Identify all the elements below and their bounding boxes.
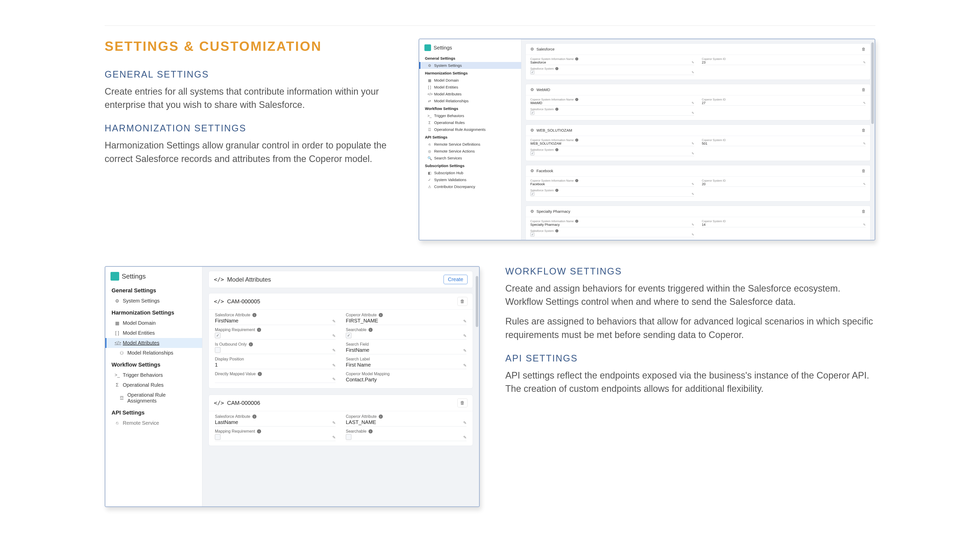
field-label: Salesforce System i [530, 67, 694, 70]
sidebar-item-model-relationships[interactable]: ⇄Model Relationships [419, 97, 521, 104]
delete-button[interactable]: 🗑 [862, 128, 865, 133]
edit-icon[interactable]: ✎ [332, 363, 336, 368]
sidebar-item-remote-service-defs[interactable]: ⎋Remote Service Definitions [419, 141, 521, 148]
sidebar-item-trigger-behaviors[interactable]: >_Trigger Behaviors [105, 370, 202, 380]
code-icon: </> [214, 400, 224, 406]
checkbox[interactable] [346, 434, 352, 440]
edit-icon[interactable]: ✎ [863, 223, 865, 227]
system-title: Salesforce [536, 47, 555, 51]
edit-icon[interactable]: ✎ [332, 377, 336, 382]
scroll-thumb[interactable] [871, 42, 874, 124]
info-icon[interactable]: i [258, 372, 262, 376]
checkbox[interactable]: ✓ [530, 232, 535, 237]
sidebar-item-operational-rules[interactable]: ΣOperational Rules [419, 119, 521, 126]
checkbox[interactable] [215, 347, 221, 353]
edit-icon[interactable]: ✎ [463, 319, 466, 324]
create-button[interactable]: Create [444, 275, 468, 284]
checkbox[interactable]: ✓ [346, 333, 352, 338]
delete-button[interactable]: 🗑 [862, 209, 865, 214]
sidebar-item-model-domain[interactable]: ▦Model Domain [105, 318, 202, 328]
info-icon[interactable]: i [555, 229, 558, 232]
info-icon[interactable]: i [379, 313, 383, 317]
sidebar-item-subscription-hub[interactable]: ◧Subscription Hub [419, 169, 521, 176]
info-icon[interactable]: i [257, 429, 261, 433]
edit-icon[interactable]: ✎ [692, 223, 694, 227]
field-label: Mapping Requirement i [215, 327, 336, 332]
checkbox[interactable]: ✓ [530, 70, 535, 74]
delete-button[interactable]: 🗑 [862, 87, 865, 92]
info-icon[interactable]: i [575, 98, 578, 101]
edit-icon[interactable]: ✎ [463, 435, 466, 440]
sidebar-item-remote-service-actions[interactable]: ◎Remote Service Actions [419, 148, 521, 155]
info-icon[interactable]: i [575, 138, 578, 141]
edit-icon[interactable]: ✎ [692, 101, 694, 105]
edit-icon[interactable]: ✎ [332, 319, 336, 324]
edit-icon[interactable]: ✎ [692, 233, 694, 237]
checkbox[interactable]: ✓ [215, 333, 221, 338]
sidebar-item-system-validations[interactable]: ✓System Validations [419, 176, 521, 183]
info-icon[interactable]: i [555, 148, 558, 151]
checkbox[interactable]: ✓ [530, 111, 535, 115]
edit-icon[interactable]: ✎ [463, 333, 466, 338]
sidebar-item-model-entities[interactable]: [ ]Model Entities [419, 84, 521, 91]
info-icon[interactable]: i [555, 108, 558, 111]
delete-button[interactable]: 🗑 [862, 168, 865, 173]
scrollbar[interactable] [475, 268, 478, 505]
info-icon[interactable]: i [379, 414, 383, 419]
info-icon[interactable]: i [555, 189, 558, 192]
edit-icon[interactable]: ✎ [692, 183, 694, 186]
info-icon[interactable]: i [575, 220, 578, 223]
delete-button[interactable]: 🗑 [862, 47, 865, 52]
info-icon[interactable]: i [555, 67, 558, 70]
edit-icon[interactable]: ✎ [332, 421, 336, 425]
edit-icon[interactable]: ✎ [863, 142, 865, 145]
sidebar-item-model-entities[interactable]: [ ]Model Entities [105, 328, 202, 338]
edit-icon[interactable]: ✎ [332, 333, 336, 338]
info-icon[interactable]: i [252, 313, 256, 317]
scrollbar[interactable] [870, 41, 874, 238]
info-icon[interactable]: i [257, 328, 261, 332]
sidebar-item-operational-rules[interactable]: ΣOperational Rules [105, 380, 202, 390]
sidebar-item-model-attributes[interactable]: </>Model Attributes [419, 91, 521, 97]
field-label: Coperor System ID [702, 57, 865, 60]
sidebar-item-system-settings[interactable]: ⚙ System Settings [419, 62, 521, 69]
sidebar-item-trigger-behaviors[interactable]: >_Trigger Behaviors [419, 112, 521, 119]
edit-icon[interactable]: ✎ [863, 61, 865, 64]
sidebar-item-model-relationships[interactable]: ⚇Model Relationships [105, 348, 202, 358]
model-mapping-link[interactable]: Contact.Party [346, 377, 377, 383]
sidebar-item-op-rule-assignments[interactable]: ☲Operational Rule Assignments [105, 390, 202, 406]
edit-icon[interactable]: ✎ [863, 183, 865, 186]
edit-icon[interactable]: ✎ [692, 111, 694, 115]
info-icon[interactable]: i [249, 342, 253, 346]
edit-icon[interactable]: ✎ [692, 192, 694, 196]
edit-icon[interactable]: ✎ [863, 101, 865, 105]
sidebar-item-search-services[interactable]: 🔍Search Services [419, 155, 521, 162]
sidebar-group-general: General Settings [105, 284, 202, 296]
edit-icon[interactable]: ✎ [692, 71, 694, 74]
sidebar-item-op-rule-assignments[interactable]: ☲Operational Rule Assignments [419, 126, 521, 133]
edit-icon[interactable]: ✎ [463, 421, 466, 425]
edit-icon[interactable]: ✎ [692, 142, 694, 145]
info-icon[interactable]: i [252, 414, 256, 419]
checkbox[interactable]: ✓ [530, 192, 535, 196]
edit-icon[interactable]: ✎ [692, 152, 694, 156]
info-icon[interactable]: i [575, 179, 578, 182]
edit-icon[interactable]: ✎ [463, 348, 466, 353]
info-icon[interactable]: i [575, 57, 578, 60]
sidebar-item-model-domain[interactable]: ▦Model Domain [419, 77, 521, 84]
info-icon[interactable]: i [369, 328, 372, 332]
edit-icon[interactable]: ✎ [332, 435, 336, 440]
scroll-thumb[interactable] [476, 276, 478, 327]
delete-button[interactable]: 🗑 [457, 297, 468, 306]
edit-icon[interactable]: ✎ [463, 363, 466, 368]
sidebar-item-model-attributes[interactable]: </>Model Attributes [105, 338, 202, 348]
delete-button[interactable]: 🗑 [457, 399, 468, 407]
sidebar-item-remote-service[interactable]: ⎋Remote Service [105, 418, 202, 428]
sidebar-item-system-settings[interactable]: ⚙System Settings [105, 296, 202, 306]
checkbox[interactable]: ✓ [530, 151, 535, 156]
edit-icon[interactable]: ✎ [692, 61, 694, 64]
edit-icon[interactable]: ✎ [332, 348, 336, 353]
sidebar-item-contributor-discrepancy[interactable]: ⚠Contributor Discrepancy [419, 183, 521, 190]
info-icon[interactable]: i [369, 429, 372, 433]
checkbox[interactable] [215, 434, 221, 440]
